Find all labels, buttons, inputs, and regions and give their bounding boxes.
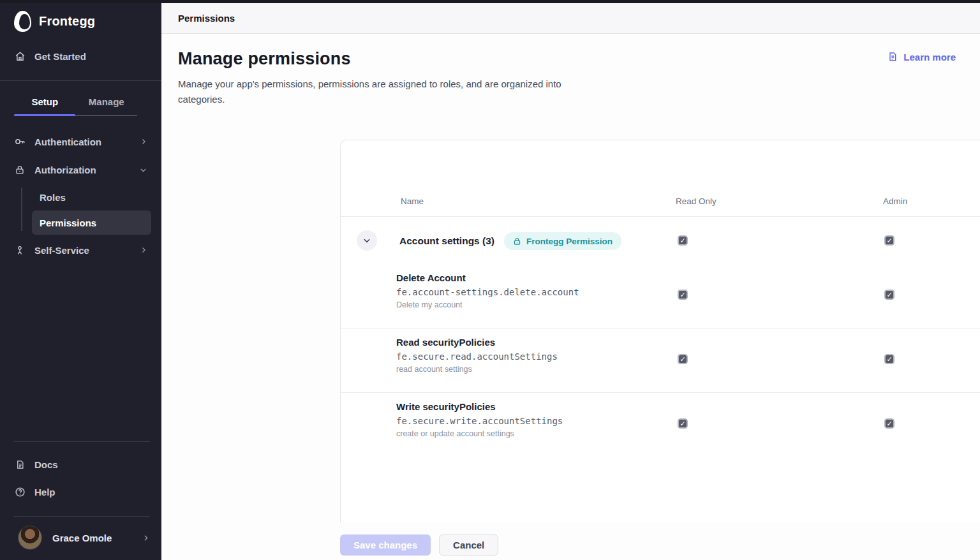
help-icon: [14, 487, 26, 497]
sidebar-item-docs[interactable]: Docs: [0, 451, 161, 478]
page-title: Manage permissions: [178, 49, 980, 69]
permission-row-delete-account: Delete Account fe.account-settings.delet…: [341, 264, 980, 328]
person-icon: [14, 245, 26, 256]
permission-description: read account settings: [396, 365, 980, 374]
learn-more-link[interactable]: Learn more: [887, 51, 956, 63]
sidebar-divider: [14, 516, 150, 517]
category-row-account-settings: Account settings (3) Frontegg Permission…: [341, 217, 980, 264]
sidebar-item-authentication[interactable]: Authentication: [0, 128, 161, 156]
admin-checkbox[interactable]: ✓: [884, 290, 895, 300]
category-admin-checkbox[interactable]: ✓: [884, 235, 895, 246]
frontegg-egg-icon: [14, 11, 31, 32]
topbar: Permissions: [161, 3, 980, 34]
permission-name: Delete Account: [396, 272, 980, 283]
frontegg-permission-badge: Frontegg Permission: [504, 232, 621, 250]
chevron-right-icon: [142, 534, 150, 542]
category-name: Account settings (3): [399, 235, 494, 247]
sidebar-item-label: Docs: [34, 459, 147, 470]
read-only-checkbox[interactable]: ✓: [678, 354, 688, 364]
column-header-name: Name: [401, 196, 424, 206]
category-read-only-checkbox[interactable]: ✓: [678, 235, 688, 246]
sidebar-item-self-service[interactable]: Self-Service: [0, 236, 161, 264]
tab-setup[interactable]: Setup: [14, 89, 76, 116]
sidebar: Frontegg Get Started Setup Manage Authen…: [0, 0, 161, 560]
read-only-checkbox[interactable]: ✓: [678, 418, 688, 429]
main-content: Permissions Manage permissions Manage yo…: [161, 3, 980, 560]
home-icon: [14, 51, 26, 62]
tab-manage[interactable]: Manage: [76, 89, 138, 116]
document-icon: [887, 51, 898, 63]
sidebar-item-authorization[interactable]: Authorization: [0, 156, 161, 184]
sidebar-nav: Authentication Authorization Roles Permi…: [0, 128, 161, 264]
frontegg-logo[interactable]: Frontegg: [14, 11, 161, 32]
footer-actions: Save changes Cancel: [340, 534, 498, 556]
user-menu[interactable]: Grace Omole: [18, 526, 150, 550]
sidebar-item-help[interactable]: Help: [0, 478, 161, 506]
sidebar-item-label: Authentication: [34, 136, 131, 147]
cancel-button[interactable]: Cancel: [439, 534, 498, 556]
authorization-submenu: Roles Permissions: [23, 185, 161, 235]
key-icon: [14, 136, 26, 147]
sidebar-item-label: Roles: [40, 192, 66, 203]
sidebar-divider: [14, 441, 150, 442]
sidebar-tabs: Setup Manage: [14, 89, 137, 116]
page-header: Manage permissions Manage your app's per…: [161, 34, 980, 107]
save-changes-button[interactable]: Save changes: [340, 534, 431, 556]
permissions-card: Add new permission Name Read Only Admin …: [340, 140, 980, 523]
column-header-read-only: Read Only: [676, 196, 716, 206]
table-header: Name Read Only Admin: [341, 182, 980, 216]
chevron-right-icon: [140, 246, 147, 254]
avatar: [18, 526, 42, 550]
active-tab-underline: [14, 114, 75, 116]
chevron-down-icon: [139, 166, 147, 174]
read-only-checkbox[interactable]: ✓: [678, 290, 688, 300]
permission-description: Delete my account: [396, 300, 980, 309]
sidebar-item-roles[interactable]: Roles: [32, 185, 151, 209]
sidebar-item-label: Get Started: [34, 51, 147, 62]
permission-description: create or update account settings: [396, 429, 980, 438]
sidebar-item-label: Permissions: [40, 217, 96, 228]
sidebar-item-permissions[interactable]: Permissions: [32, 210, 151, 235]
sidebar-item-label: Help: [34, 487, 147, 497]
document-icon: [14, 459, 26, 470]
permission-row-read-security-policies: Read securityPolicies fe.secure.read.acc…: [341, 328, 980, 392]
permission-name: Write securityPolicies: [396, 401, 980, 412]
sidebar-item-label: Authorization: [34, 165, 130, 175]
page-description: Manage your app's permissions, permissio…: [178, 77, 590, 107]
chevron-right-icon: [140, 138, 147, 145]
lock-icon: [513, 237, 521, 246]
sidebar-divider: [0, 80, 161, 81]
column-header-admin: Admin: [883, 196, 907, 206]
learn-more-label: Learn more: [903, 52, 956, 63]
permission-row-write-security-policies: Write securityPolicies fe.secure.write.a…: [341, 393, 980, 457]
sidebar-item-get-started[interactable]: Get Started: [0, 42, 161, 70]
sidebar-item-label: Self-Service: [34, 245, 131, 256]
badge-label: Frontegg Permission: [526, 237, 612, 246]
topbar-title: Permissions: [178, 13, 235, 24]
permission-name: Read securityPolicies: [396, 337, 980, 348]
collapse-category-button[interactable]: [357, 230, 377, 251]
user-name: Grace Omole: [52, 533, 131, 543]
card-toolbar: Add new permission: [341, 140, 980, 182]
window-top-strip: [0, 0, 980, 3]
admin-checkbox[interactable]: ✓: [884, 418, 895, 429]
admin-checkbox[interactable]: ✓: [884, 354, 895, 364]
lock-icon: [14, 165, 26, 175]
logo-text: Frontegg: [39, 14, 95, 29]
